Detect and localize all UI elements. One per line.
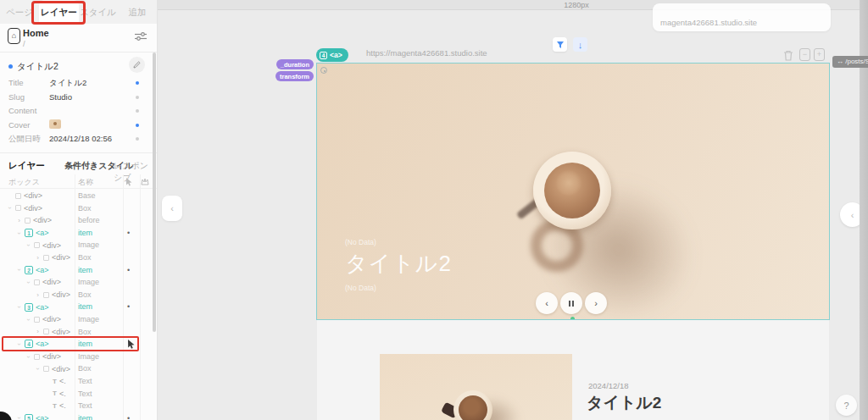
chevron-icon[interactable]: › <box>25 317 32 323</box>
sidebar-tabbar: ページレイヤースタイル追加 <box>0 0 157 24</box>
layer-row[interactable]: ›<div>Box <box>0 251 158 264</box>
layer-tag: <a> <box>36 266 49 274</box>
style-pill[interactable]: _duration <box>276 59 314 69</box>
post-card-image[interactable] <box>380 354 572 420</box>
box-layer-icon <box>43 329 49 334</box>
question-icon: ? <box>843 401 849 411</box>
cms-field-row[interactable]: 公開日時2024/12/18 02:56 <box>0 132 157 146</box>
edit-cms-button[interactable] <box>129 57 145 73</box>
frame-width-label: 1280px <box>551 1 602 9</box>
chevron-icon[interactable]: › <box>34 366 42 372</box>
add-page-icon[interactable]: + <box>814 48 825 61</box>
layer-row[interactable]: T<.Text <box>0 400 158 412</box>
current-page-row[interactable]: ⌂ Home / <box>0 24 157 52</box>
chevron-icon[interactable]: › <box>35 291 41 299</box>
cms-field-row[interactable]: SlugStudio <box>0 91 157 105</box>
studio-editor-app: 1280px magenta426681.studio.site ↓ − + ↔… <box>0 0 868 420</box>
duplicate-page-icon[interactable]: − <box>799 48 810 61</box>
layer-row[interactable]: ›<div>Box <box>0 202 158 215</box>
layer-row[interactable]: ›3<a>item• <box>0 301 158 313</box>
cms-field-label: 公開日時 <box>8 134 41 145</box>
chevron-icon[interactable]: › <box>15 267 23 273</box>
hero-slide[interactable]: (No Data) タイトル2 (No Data) ‹ › <box>317 64 829 319</box>
layer-name: Text <box>78 377 92 385</box>
carousel-prev-button[interactable]: ‹ <box>536 292 558 314</box>
layer-row[interactable]: ›<div>Image <box>0 351 158 363</box>
layer-row[interactable]: ›<div>Image <box>0 276 158 289</box>
layer-name: item <box>78 302 92 311</box>
layer-row[interactable]: ›<div>before <box>0 214 158 227</box>
layer-index-badge: 3 <box>25 303 33 312</box>
text-layer-icon: T <box>53 390 57 397</box>
layer-row-lead: ›2<a> <box>16 264 49 277</box>
sidebar-scrollbar[interactable] <box>153 52 156 332</box>
style-pill[interactable]: transform <box>275 71 314 81</box>
chevron-icon[interactable]: › <box>15 230 23 236</box>
chevron-icon[interactable]: › <box>15 304 23 310</box>
layer-name: Image <box>78 352 99 361</box>
sidebar-tab[interactable]: 追加 <box>118 0 157 24</box>
cms-field-row[interactable]: Titleタイトル2 <box>0 76 157 91</box>
cms-field-label: Cover <box>8 120 30 130</box>
layer-marker-dot: • <box>127 414 130 420</box>
selected-element-pill[interactable]: 4 <a> <box>316 48 348 62</box>
chevron-icon[interactable]: › <box>25 279 32 285</box>
chevron-icon[interactable]: › <box>25 242 32 248</box>
coffee-crema <box>554 170 583 196</box>
help-button[interactable]: ? <box>836 395 857 416</box>
post-title[interactable]: タイトル2 <box>587 392 661 414</box>
layer-row[interactable]: T<.Text <box>0 388 158 401</box>
cover-thumbnail[interactable] <box>49 119 61 129</box>
layer-row-lead: ›<div> <box>35 289 70 301</box>
layer-row[interactable]: ›<div>Box <box>0 326 158 339</box>
layer-row[interactable]: ›1<a>item• <box>0 227 158 240</box>
layer-tag: <. <box>59 401 66 410</box>
collapse-sidebar-button[interactable]: ‹ <box>162 196 182 221</box>
sidebar-tab[interactable]: スタイル <box>79 0 118 24</box>
cms-field-row[interactable]: Cover <box>0 119 157 133</box>
layer-row[interactable]: ›<div>Image <box>0 239 158 251</box>
layer-row[interactable]: <div>Base <box>0 190 158 202</box>
field-status-dot <box>136 96 139 99</box>
chevron-icon[interactable]: › <box>25 354 32 360</box>
chevron-icon[interactable]: › <box>16 217 22 224</box>
chevron-icon[interactable]: › <box>35 328 41 335</box>
sidebar-tab[interactable]: ページ <box>0 0 39 24</box>
layer-row[interactable]: T<.Text <box>0 375 158 388</box>
carousel-next-button[interactable]: › <box>585 292 607 314</box>
layer-row-lead: ›<div> <box>7 202 42 215</box>
sidebar-tab[interactable]: レイヤー <box>39 0 78 24</box>
layer-row[interactable]: ›5<a>item• <box>0 412 158 420</box>
chevron-left-icon: ‹ <box>851 210 854 220</box>
text-layer-icon: T <box>53 378 57 385</box>
chevron-icon[interactable]: › <box>6 205 14 211</box>
download-button[interactable]: ↓ <box>573 37 587 52</box>
filter-button[interactable] <box>553 37 567 52</box>
frame-address-bar[interactable]: magenta426681.studio.site <box>653 3 831 31</box>
chevron-icon[interactable]: › <box>15 415 23 420</box>
tree-column-header: ボックス 名称 <box>0 174 157 189</box>
layer-tag: <div> <box>33 216 52 224</box>
chevron-icon[interactable]: › <box>15 341 23 347</box>
layer-row[interactable]: ›4<a>item <box>0 338 158 351</box>
cms-field-label: Title <box>8 78 24 87</box>
layer-row[interactable]: ›2<a>item• <box>0 264 158 277</box>
trash-icon[interactable] <box>783 50 793 61</box>
layer-marker-dot: • <box>127 229 130 237</box>
layer-row[interactable]: ›<div>Box <box>0 289 158 301</box>
chevron-icon[interactable]: › <box>35 254 41 262</box>
layer-tag: <a> <box>36 229 49 237</box>
page-settings-icon[interactable] <box>135 31 147 41</box>
layer-row[interactable]: ›<div>Box <box>0 362 158 375</box>
layer-row-lead: ›<div> <box>35 362 70 375</box>
selection-handle[interactable] <box>570 317 575 319</box>
layer-marker-dot: • <box>127 302 130 311</box>
carousel-pause-button[interactable] <box>560 292 582 314</box>
layer-row[interactable]: ›<div>Image <box>0 313 158 326</box>
layer-row-lead: T<. <box>44 400 66 412</box>
cms-field-row[interactable]: Content <box>0 104 157 119</box>
layer-tag: <. <box>59 377 66 385</box>
layer-tag: <a> <box>36 414 49 420</box>
layer-name: Box <box>78 290 92 299</box>
states-column-icon <box>141 178 149 185</box>
